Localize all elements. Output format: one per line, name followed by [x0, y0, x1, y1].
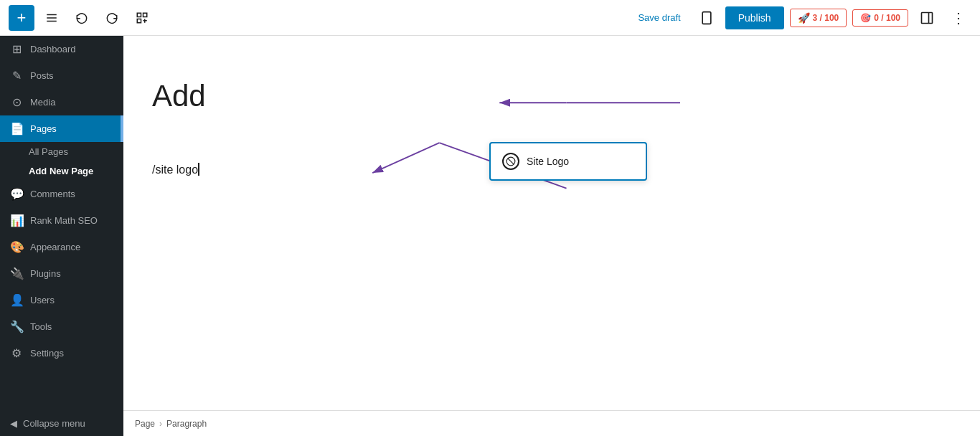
page-title-text: Add	[152, 79, 206, 113]
sidebar-item-media[interactable]: ⊙ Media	[0, 89, 123, 115]
sidebar-item-rank-math[interactable]: 📊 Rank Math SEO	[0, 207, 123, 234]
block-suggestion-dropdown[interactable]: Site Logo	[489, 142, 647, 181]
sidebar: ⊞ Dashboard ✎ Posts ⊙ Media 📄 Pages All …	[0, 36, 123, 436]
plugins-icon: 🔌	[10, 267, 23, 280]
appearance-icon: 🎨	[10, 240, 23, 254]
breadcrumb-separator: ›	[159, 419, 162, 429]
rank-math-score-badge[interactable]: 🚀 3 / 100	[790, 9, 847, 27]
site-logo-icon	[502, 153, 519, 170]
tools-nav-icon: 🔧	[10, 320, 23, 333]
redo-button[interactable]	[99, 5, 125, 31]
collapse-menu-button[interactable]: ◀ Collapse menu	[0, 411, 123, 436]
pages-icon: 📄	[10, 122, 23, 136]
sidebar-label-media: Media	[30, 97, 55, 108]
toolbar-right: Save draft Publish 🚀 3 / 100 🎯 0 / 100 ⋮	[631, 5, 971, 31]
rank-math-icon: 📊	[10, 214, 23, 227]
sidebar-item-tools[interactable]: 🔧 Tools	[0, 313, 123, 340]
top-toolbar: + Save draft Publish 🚀 3 / 100 🎯 0 / 100	[0, 0, 980, 36]
svg-rect-1	[143, 13, 147, 16]
sidebar-label-plugins: Plugins	[30, 268, 61, 279]
pages-submenu: All Pages Add New Page	[0, 142, 123, 181]
svg-line-10	[508, 158, 514, 164]
annotation-arrows	[123, 36, 980, 410]
breadcrumb-paragraph: Paragraph	[166, 419, 207, 429]
main-layout: ⊞ Dashboard ✎ Posts ⊙ Media 📄 Pages All …	[0, 36, 980, 436]
sidebar-label-tools: Tools	[30, 321, 52, 332]
sidebar-sub-add-new-page[interactable]: Add New Page	[0, 161, 123, 181]
sidebar-item-dashboard[interactable]: ⊞ Dashboard	[0, 36, 123, 62]
svg-rect-0	[137, 13, 141, 16]
settings-icon: ⚙	[10, 346, 23, 360]
svg-rect-7	[922, 12, 933, 23]
seo-icon: 🎯	[860, 13, 871, 23]
dashboard-icon: ⊞	[10, 42, 23, 56]
seo-score-text: 0 / 100	[874, 13, 900, 23]
document-overview-button[interactable]	[129, 5, 155, 31]
undo-button[interactable]	[69, 5, 95, 31]
svg-rect-5	[702, 11, 711, 24]
sidebar-item-posts[interactable]: ✎ Posts	[0, 62, 123, 89]
rank-score-text: 3 / 100	[813, 13, 839, 23]
collapse-label: Collapse menu	[23, 418, 85, 429]
preview-button[interactable]	[694, 5, 720, 31]
sidebar-label-settings: Settings	[30, 348, 64, 359]
sidebar-label-rank-math: Rank Math SEO	[30, 215, 98, 226]
save-draft-button[interactable]: Save draft	[631, 8, 687, 27]
editor-content[interactable]: Add Site Logo /site logo	[123, 36, 980, 410]
sidebar-item-comments[interactable]: 💬 Comments	[0, 181, 123, 207]
sidebar-item-appearance[interactable]: 🎨 Appearance	[0, 234, 123, 260]
add-block-button[interactable]: +	[9, 5, 34, 31]
sidebar-label-appearance: Appearance	[30, 242, 80, 252]
breadcrumb-bar: Page › Paragraph	[123, 410, 980, 436]
posts-icon: ✎	[10, 69, 23, 82]
sidebar-label-comments: Comments	[30, 189, 75, 199]
slash-command-text: /site logo	[152, 164, 198, 176]
collapse-icon: ◀	[10, 418, 17, 429]
seo-score-badge[interactable]: 🎯 0 / 100	[852, 9, 908, 27]
comments-icon: 💬	[10, 187, 23, 201]
sidebar-label-posts: Posts	[30, 70, 54, 81]
sidebar-label-users: Users	[30, 295, 55, 305]
users-icon: 👤	[10, 293, 23, 307]
settings-sidebar-button[interactable]	[914, 5, 940, 31]
toolbar-left: +	[9, 5, 626, 31]
site-logo-label: Site Logo	[527, 156, 569, 167]
editor-area: Add Site Logo /site logo	[123, 36, 980, 436]
rank-icon: 🚀	[798, 12, 810, 24]
sidebar-item-settings[interactable]: ⚙ Settings	[0, 340, 123, 366]
sidebar-item-plugins[interactable]: 🔌 Plugins	[0, 260, 123, 287]
tools-button[interactable]	[39, 5, 65, 31]
publish-button[interactable]: Publish	[725, 6, 784, 29]
sidebar-item-users[interactable]: 👤 Users	[0, 287, 123, 313]
sidebar-item-pages[interactable]: 📄 Pages	[0, 115, 123, 142]
sidebar-sub-all-pages[interactable]: All Pages	[0, 142, 123, 161]
more-options-button[interactable]: ⋮	[946, 5, 971, 31]
breadcrumb-page: Page	[135, 419, 155, 429]
site-logo-suggestion[interactable]: Site Logo	[494, 148, 643, 175]
sidebar-label-pages: Pages	[30, 123, 57, 134]
svg-rect-2	[137, 19, 141, 22]
sidebar-label-dashboard: Dashboard	[30, 44, 76, 54]
text-cursor	[198, 163, 199, 176]
media-icon: ⊙	[10, 95, 23, 109]
